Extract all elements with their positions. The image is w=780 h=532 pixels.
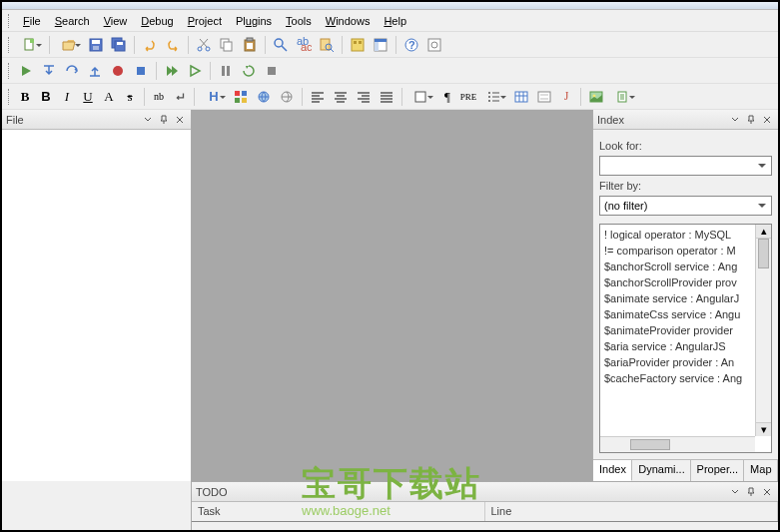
italic-button[interactable]: I <box>57 87 77 107</box>
menu-project[interactable]: Project <box>181 12 229 30</box>
toolbar-grip-3[interactable] <box>8 89 12 105</box>
index-list-item[interactable]: $anchorScrollProvider prov <box>602 274 753 290</box>
look-for-input[interactable] <box>599 156 772 176</box>
color-button[interactable] <box>230 86 252 108</box>
scroll-up-icon[interactable]: ▴ <box>756 225 771 239</box>
menu-plugins[interactable]: Plugins <box>229 12 279 30</box>
save-button[interactable] <box>85 34 107 56</box>
scroll-thumb-h[interactable] <box>630 439 670 450</box>
pause-button[interactable] <box>215 60 237 82</box>
nonbreaking-button[interactable]: nb <box>149 87 169 107</box>
restart-button[interactable] <box>238 60 260 82</box>
insert-button[interactable] <box>608 86 638 108</box>
block-button[interactable] <box>406 86 436 108</box>
bold-button[interactable]: B <box>15 87 35 107</box>
menu-windows[interactable]: Windows <box>319 12 378 30</box>
open-button[interactable] <box>54 34 84 56</box>
menu-file[interactable]: File <box>16 12 48 30</box>
paragraph-button[interactable]: ¶ <box>437 87 457 107</box>
dropdown-icon[interactable] <box>728 113 742 127</box>
todo-col-line[interactable]: Line <box>485 502 779 521</box>
dropdown-icon[interactable] <box>728 485 742 499</box>
editor-area[interactable] <box>192 110 592 481</box>
pin-icon[interactable] <box>744 485 758 499</box>
menu-debug[interactable]: Debug <box>134 12 180 30</box>
pre-button[interactable]: PRE <box>458 87 478 107</box>
align-left-button[interactable] <box>307 86 329 108</box>
close-icon[interactable] <box>760 113 774 127</box>
script-button[interactable]: J <box>556 87 576 107</box>
find-in-files-button[interactable] <box>316 34 338 56</box>
copy-button[interactable] <box>216 34 238 56</box>
help-button[interactable]: ? <box>400 34 422 56</box>
layout-button[interactable] <box>370 34 391 56</box>
close-icon[interactable] <box>760 485 774 499</box>
todo-col-task[interactable]: Task <box>192 502 485 521</box>
align-center-button[interactable] <box>330 86 352 108</box>
run-debug-button[interactable] <box>184 60 206 82</box>
save-all-button[interactable] <box>108 34 130 56</box>
settings-button[interactable] <box>423 34 445 56</box>
pin-icon[interactable] <box>157 113 171 127</box>
index-list-item[interactable]: $animateCss service : Angu <box>602 306 753 322</box>
br-button[interactable] <box>170 87 190 107</box>
stop-button[interactable] <box>130 60 152 82</box>
align-right-button[interactable] <box>353 86 375 108</box>
toolbar-grip[interactable] <box>8 37 12 53</box>
index-tab[interactable]: Index <box>593 460 632 481</box>
index-list-item[interactable]: $animate service : AngularJ <box>602 290 753 306</box>
menu-tools[interactable]: Tools <box>279 12 319 30</box>
step-out-button[interactable] <box>84 60 106 82</box>
module-button[interactable] <box>347 34 369 56</box>
heading-button[interactable]: H <box>199 86 229 108</box>
dropdown-icon[interactable] <box>141 113 155 127</box>
redo-button[interactable] <box>162 34 184 56</box>
filter-by-select[interactable]: (no filter) <box>599 196 772 216</box>
scrollbar-horizontal[interactable] <box>600 436 755 452</box>
index-list-item[interactable]: != comparison operator : M <box>602 243 753 259</box>
anchor-button[interactable] <box>276 86 298 108</box>
replace-button[interactable]: abac <box>293 34 315 56</box>
underline-button[interactable]: U <box>78 87 98 107</box>
undo-button[interactable] <box>139 34 161 56</box>
table-button[interactable] <box>510 86 532 108</box>
index-list-item[interactable]: ! logical operator : MySQL <box>602 227 753 243</box>
cut-button[interactable] <box>193 34 215 56</box>
index-list-item[interactable]: $animateProvider provider <box>602 322 753 338</box>
index-tab[interactable]: Map <box>744 460 778 481</box>
scroll-thumb[interactable] <box>758 239 769 268</box>
run-fast-button[interactable] <box>161 60 183 82</box>
svg-point-43 <box>488 96 490 98</box>
index-list-item[interactable]: $cacheFactory service : Ang <box>602 370 753 386</box>
scroll-down-icon[interactable]: ▾ <box>756 422 771 436</box>
toolbar-grip-2[interactable] <box>8 63 12 79</box>
step-into-button[interactable] <box>38 60 60 82</box>
run-button[interactable] <box>15 60 37 82</box>
menu-search[interactable]: Search <box>48 12 97 30</box>
breakpoint-button[interactable] <box>107 60 129 82</box>
form-button[interactable] <box>533 86 555 108</box>
index-list-item[interactable]: $anchorScroll service : Ang <box>602 259 753 274</box>
align-justify-button[interactable] <box>376 86 397 108</box>
index-list-item[interactable]: $aria service : AngularJS <box>602 338 753 354</box>
find-button[interactable] <box>270 34 292 56</box>
bold-alt-button[interactable]: B <box>36 87 56 107</box>
stop-debug-button[interactable] <box>261 60 283 82</box>
scrollbar-vertical[interactable]: ▴ ▾ <box>755 225 771 436</box>
menu-help[interactable]: Help <box>377 12 413 30</box>
font-button[interactable]: A <box>99 87 119 107</box>
paste-button[interactable] <box>239 34 261 56</box>
close-icon[interactable] <box>173 113 187 127</box>
strikethrough-button[interactable]: s <box>120 87 140 107</box>
index-list-item[interactable]: $ariaProvider provider : An <box>602 354 753 370</box>
index-tab[interactable]: Proper... <box>691 460 745 481</box>
list-button[interactable] <box>479 86 509 108</box>
image-button[interactable] <box>585 86 607 108</box>
menu-view[interactable]: View <box>97 12 135 30</box>
step-over-button[interactable] <box>61 60 83 82</box>
link-button[interactable] <box>253 86 275 108</box>
menubar-grip[interactable] <box>8 14 12 28</box>
index-tab[interactable]: Dynami... <box>632 460 690 481</box>
pin-icon[interactable] <box>744 113 758 127</box>
new-file-button[interactable] <box>15 34 45 56</box>
